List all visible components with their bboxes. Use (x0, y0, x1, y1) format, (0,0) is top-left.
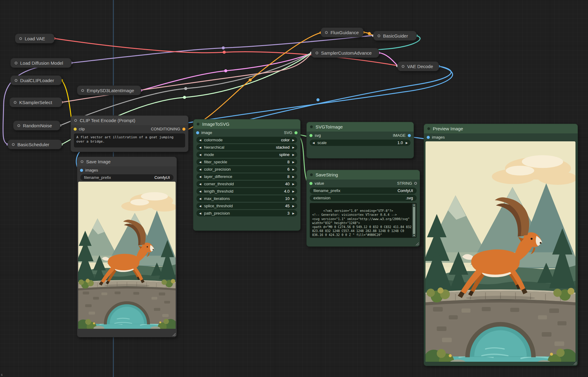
increment-arrow-icon[interactable]: ▶ (292, 146, 294, 149)
collapse-toggle-icon[interactable] (15, 79, 17, 82)
collapse-toggle-icon[interactable] (316, 52, 318, 54)
increment-arrow-icon[interactable]: ▶ (292, 212, 294, 215)
node-header[interactable]: SVGToImage (307, 122, 414, 132)
widget-extension[interactable]: extension .svg (310, 195, 417, 201)
collapse-toggle-icon[interactable] (378, 34, 380, 37)
input-image[interactable]: image (196, 130, 212, 135)
widget-layer-difference[interactable]: ◀ layer_difference 8 ▶ (196, 173, 297, 180)
collapse-toggle-icon[interactable] (12, 143, 15, 146)
output-svg[interactable]: SVG (284, 130, 298, 135)
string-output-port-icon[interactable] (414, 182, 417, 185)
node-basicguider[interactable]: BasicGuider (373, 31, 417, 41)
node-save-image[interactable]: Save Image images filename_prefix ComfyU… (77, 157, 177, 337)
scrollbar-thumb[interactable] (413, 207, 415, 234)
widget-filename-prefix[interactable]: filename_prefix ComfyUI (80, 174, 173, 181)
input-images[interactable]: images (80, 168, 98, 172)
widget-filename-prefix[interactable]: filename_prefix ComfyUI (310, 187, 417, 194)
node-savestring[interactable]: SaveString value STRING filename_prefix … (306, 170, 420, 247)
image-port-icon[interactable] (196, 131, 199, 134)
node-fluxguidance[interactable]: FluxGuidance (321, 27, 363, 37)
node-vae-decode[interactable]: VAE Decode (397, 61, 439, 71)
node-header[interactable]: Preview Image (424, 124, 578, 133)
output-string[interactable]: STRING (397, 181, 417, 186)
output-conditioning[interactable]: CONDITIONING (151, 127, 185, 131)
resize-handle[interactable] (573, 361, 577, 365)
decrement-arrow-icon[interactable]: ◀ (312, 141, 315, 144)
decrement-arrow-icon[interactable]: ◀ (199, 183, 201, 186)
decrement-arrow-icon[interactable]: ◀ (199, 197, 201, 200)
input-svg[interactable]: svg (309, 133, 321, 138)
resize-handle[interactable] (415, 242, 419, 245)
conditioning-port-icon[interactable] (182, 128, 185, 131)
collapse-toggle-icon[interactable] (310, 173, 313, 176)
input-images[interactable]: images (427, 135, 445, 140)
node-preview-image[interactable]: Preview Image images (424, 124, 578, 366)
decrement-arrow-icon[interactable]: ◀ (199, 212, 201, 215)
increment-arrow-icon[interactable]: ▶ (292, 205, 294, 208)
collapse-toggle-icon[interactable] (197, 123, 199, 125)
node-ksamplerselect[interactable]: KSamplerSelect (9, 97, 62, 107)
image-port-icon[interactable] (80, 169, 83, 172)
node-samplercustomadvance[interactable]: SamplerCustomAdvance (311, 48, 379, 58)
node-clip-text-encode[interactable]: CLIP Text Encode (Prompt) clip CONDITION… (71, 115, 188, 152)
node-header[interactable]: Save Image (77, 157, 177, 166)
node-svgtoimage[interactable]: SVGToImage svg IMAGE ◀ scale 1.0 ▶ (306, 122, 414, 158)
increment-arrow-icon[interactable]: ▶ (292, 197, 294, 200)
widget-filter-speckle[interactable]: ◀ filter_speckle 8 ▶ (196, 159, 297, 165)
collapse-toggle-icon[interactable] (14, 101, 16, 104)
scroll-down-icon[interactable]: ▼ (413, 235, 415, 237)
image-port-icon[interactable] (408, 134, 411, 137)
increment-arrow-icon[interactable]: ▶ (292, 183, 294, 186)
collapse-toggle-icon[interactable] (325, 31, 328, 34)
collapse-toggle-icon[interactable] (427, 127, 430, 130)
increment-arrow-icon[interactable]: ▶ (406, 141, 408, 144)
increment-arrow-icon[interactable]: ▶ (292, 175, 294, 178)
widget-hierarchical[interactable]: ◀ hierarchical stacked ▶ (196, 144, 297, 150)
node-randomnoise[interactable]: RandomNoise (13, 121, 60, 130)
output-image[interactable]: IMAGE (393, 133, 411, 138)
node-load-diffusion-model[interactable]: Load Diffusion Model (10, 58, 71, 68)
node-graph-canvas[interactable]: Load VAE Load Diffusion Model DualCLIPLo… (0, 0, 588, 377)
node-dualcliploader[interactable]: DualCLIPLoader (10, 75, 62, 85)
increment-arrow-icon[interactable]: ▶ (292, 190, 294, 193)
decrement-arrow-icon[interactable]: ◀ (199, 139, 201, 142)
decrement-arrow-icon[interactable]: ◀ (199, 205, 201, 208)
collapse-toggle-icon[interactable] (15, 62, 17, 64)
svg-port-icon[interactable] (294, 131, 298, 134)
collapse-toggle-icon[interactable] (17, 124, 20, 127)
widget-color-precision[interactable]: ◀ color_precision 6 ▶ (196, 166, 297, 172)
increment-arrow-icon[interactable]: ▶ (292, 139, 294, 142)
node-header[interactable]: CLIP Text Encode (Prompt) (71, 116, 188, 125)
widget-length-threshold[interactable]: ◀ length_threshold 4.0 ▶ (196, 188, 297, 194)
collapse-toggle-icon[interactable] (310, 125, 313, 128)
node-emptysd3latentimage[interactable]: EmptySD3LatentImage (77, 85, 141, 95)
collapse-toggle-icon[interactable] (81, 89, 84, 92)
increment-arrow-icon[interactable]: ▶ (292, 168, 294, 171)
widget-corner-threshold[interactable]: ◀ corner_threshold 40 ▶ (196, 181, 297, 187)
clip-port-icon[interactable] (74, 128, 77, 131)
node-header[interactable]: ImageToSVG (193, 119, 300, 129)
widget-max-iterations[interactable]: ◀ max_iterations 10 ▶ (196, 195, 297, 202)
decrement-arrow-icon[interactable]: ◀ (199, 168, 201, 171)
node-basicscheduler[interactable]: BasicScheduler (8, 140, 62, 149)
widget-scale[interactable]: ◀ scale 1.0 ▶ (310, 140, 411, 146)
decrement-arrow-icon[interactable]: ◀ (199, 153, 201, 156)
collapse-toggle-icon[interactable] (81, 160, 83, 163)
widget-path-precision[interactable]: ◀ path_precision 3 ▶ (196, 210, 297, 216)
widget-colormode[interactable]: ◀ colormode color ▶ (196, 137, 297, 143)
string-port-icon[interactable] (309, 182, 312, 185)
widget-splice-threshold[interactable]: ◀ splice_threshold 45 ▶ (196, 203, 297, 209)
scrollbar[interactable]: ▲ ▼ (412, 204, 416, 237)
image-port-icon[interactable] (427, 136, 430, 139)
node-load-vae[interactable]: Load VAE (15, 34, 54, 43)
node-imagetosvg[interactable]: ImageToSVG image SVG ◀ colormode color ▶… (193, 119, 301, 231)
decrement-arrow-icon[interactable]: ◀ (199, 146, 201, 149)
collapse-toggle-icon[interactable] (74, 119, 77, 122)
resize-handle[interactable] (172, 332, 176, 336)
string-value-textarea[interactable]: <?xml version="1.0" encoding="UTF-8"?> <… (310, 203, 417, 238)
scroll-up-icon[interactable]: ▲ (413, 204, 415, 206)
decrement-arrow-icon[interactable]: ◀ (199, 190, 201, 193)
prompt-text-input[interactable]: A flat vector art illustration of a goat… (74, 133, 185, 147)
collapse-toggle-icon[interactable] (19, 37, 22, 40)
increment-arrow-icon[interactable]: ▶ (292, 153, 294, 156)
